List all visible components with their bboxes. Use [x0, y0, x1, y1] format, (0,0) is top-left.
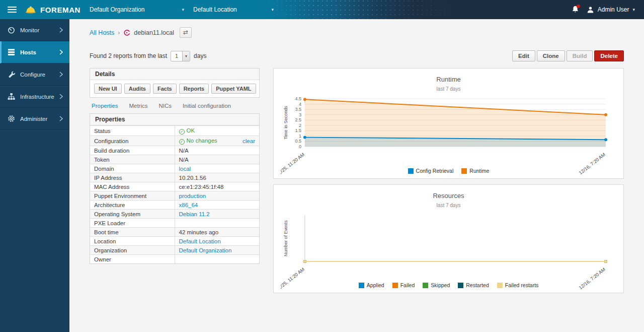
legend-swatch	[497, 283, 503, 288]
status-value: ✓OK	[179, 127, 195, 135]
svg-text:4.5: 4.5	[295, 96, 301, 101]
chevron-right-icon	[59, 94, 63, 99]
facts-button[interactable]: Facts	[153, 84, 177, 94]
properties-panel-title: Properties	[90, 114, 259, 125]
host-switcher-button[interactable]: ⇄	[180, 27, 192, 38]
tab-nics[interactable]: NICs	[158, 103, 172, 109]
property-row: Status✓OK	[90, 126, 259, 136]
property-value-link[interactable]: Default Organization	[179, 247, 232, 253]
reports-button[interactable]: Reports	[179, 84, 209, 94]
property-value: 10.20.1.56	[179, 175, 206, 181]
chevron-right-icon	[59, 27, 63, 33]
user-name: Admin User	[598, 6, 629, 13]
property-label: Status	[90, 126, 175, 136]
sidebar-item-monitor[interactable]: Monitor	[0, 19, 69, 41]
runtime-chart-panel: Runtime last 7 days 00.511.522.533.544.5…	[273, 68, 624, 179]
tab-initial-configuration[interactable]: Initial configuration	[183, 103, 231, 109]
brand-name: FOREMAN	[40, 6, 80, 14]
legend-item-runtime[interactable]: Runtime	[461, 168, 489, 174]
days-select[interactable]: 1 ▾	[171, 51, 190, 61]
property-label: Boot time	[90, 228, 175, 237]
foreman-logo[interactable]: FOREMAN	[25, 6, 80, 14]
details-tabs: PropertiesMetricsNICsInitial configurati…	[92, 103, 258, 109]
legend-item-failed[interactable]: Failed	[392, 282, 415, 288]
sidebar-item-hosts[interactable]: Hosts	[0, 41, 69, 63]
svg-text:0.5: 0.5	[295, 139, 301, 144]
svg-text:1.5: 1.5	[295, 128, 301, 133]
property-label: Domain	[90, 164, 175, 173]
puppet-yaml-button[interactable]: Puppet YAML	[211, 84, 256, 94]
legend-swatch	[359, 283, 364, 288]
property-value: 42 minutes ago	[179, 229, 219, 235]
properties-table: Status✓OKConfiguration✓No changesclearBu…	[90, 125, 259, 263]
property-row: Architecturex86_64	[90, 201, 259, 210]
property-value-link[interactable]: Default Location	[179, 238, 221, 244]
property-value: N/A	[179, 148, 189, 154]
svg-text:4: 4	[299, 102, 301, 107]
location-dropdown[interactable]: Default Location ▾	[193, 6, 274, 13]
breadcrumb-all-hosts-link[interactable]: All Hosts	[90, 29, 114, 36]
reports-summary-text: Found 2 reports from the last	[90, 52, 167, 59]
new-ui-button[interactable]: New UI	[94, 84, 122, 94]
tab-properties[interactable]: Properties	[92, 103, 118, 109]
property-label: Puppet Environment	[90, 191, 175, 201]
audits-button[interactable]: Audits	[124, 84, 150, 94]
chart-subtitle: last 7 days	[281, 86, 616, 92]
legend-swatch	[392, 283, 398, 288]
runtime-chart-legend: Config RetrievalRuntime	[274, 168, 623, 174]
properties-panel: Properties Status✓OKConfiguration✓No cha…	[90, 113, 260, 264]
chevron-right-icon	[59, 49, 63, 55]
sidebar-item-label: Hosts	[20, 49, 36, 55]
legend-item-config-retrieval[interactable]: Config Retrieval	[408, 168, 454, 174]
runtime-chart: 00.511.522.533.544.5Time in Seconds11/25…	[281, 95, 616, 176]
svg-text:2.5: 2.5	[295, 117, 301, 122]
sidebar-nav: MonitorHostsConfigureInfrastructureAdmin…	[0, 19, 69, 332]
property-value-link[interactable]: Debian 11.2	[179, 211, 210, 217]
hamburger-menu-icon[interactable]	[8, 5, 17, 14]
property-row: PXE Loader	[90, 219, 259, 228]
legend-item-failed-restarts[interactable]: Failed restarts	[497, 282, 539, 288]
property-label: Organization	[90, 246, 175, 255]
property-label: Architecture	[90, 201, 175, 210]
details-buttons: New UIAuditsFactsReportsPuppet YAML	[90, 80, 259, 97]
property-row: Boot time42 minutes ago	[90, 228, 259, 237]
resources-chart-legend: AppliedFailedSkippedRestartedFailed rest…	[274, 282, 623, 288]
user-menu[interactable]: Admin User ▾	[587, 6, 635, 14]
chart-title: Runtime	[281, 76, 616, 83]
property-label: Location	[90, 237, 175, 246]
host-actions: Edit Clone Build Delete	[512, 50, 624, 61]
property-row: Configuration✓No changesclear	[90, 136, 259, 146]
clone-button[interactable]: Clone	[537, 50, 565, 61]
legend-item-applied[interactable]: Applied	[359, 282, 384, 288]
build-button: Build	[567, 50, 593, 61]
reports-summary-suffix: days	[194, 52, 206, 59]
notification-badge	[577, 5, 580, 8]
property-value-link[interactable]: x86_64	[179, 202, 198, 208]
sidebar-item-infrastructure[interactable]: Infrastructure	[0, 86, 69, 108]
notifications-button[interactable]	[572, 6, 579, 14]
main-content: All Hosts › debian11.local ⇄ Found 2 rep…	[69, 19, 644, 332]
sidebar-item-label: Monitor	[20, 27, 39, 33]
chevron-down-icon: ▾	[182, 51, 190, 61]
clear-link[interactable]: clear	[243, 138, 255, 144]
breadcrumb: All Hosts › debian11.local ⇄	[90, 27, 624, 38]
property-value: ce:e1:23:45:1f:48	[179, 184, 224, 190]
organization-dropdown[interactable]: Default Organization ▾	[90, 6, 184, 13]
details-column: Details New UIAuditsFactsReportsPuppet Y…	[90, 68, 260, 264]
edit-button[interactable]: Edit	[512, 50, 535, 61]
property-row: TokenN/A	[90, 155, 259, 164]
delete-button[interactable]: Delete	[594, 50, 624, 61]
debian-os-icon	[123, 29, 130, 36]
sidebar-item-configure[interactable]: Configure	[0, 63, 69, 86]
breadcrumb-separator: ›	[118, 29, 120, 36]
legend-item-restarted[interactable]: Restarted	[458, 282, 489, 288]
svg-text:3: 3	[299, 112, 301, 117]
tab-metrics[interactable]: Metrics	[129, 103, 147, 109]
property-row: LocationDefault Location	[90, 237, 259, 246]
hardhat-icon	[25, 6, 37, 14]
property-value-link[interactable]: production	[179, 193, 206, 199]
sidebar-item-administer[interactable]: Administer	[0, 108, 69, 130]
legend-item-skipped[interactable]: Skipped	[423, 282, 450, 288]
property-label: Build duration	[90, 146, 175, 155]
property-value-link[interactable]: local	[179, 166, 191, 172]
